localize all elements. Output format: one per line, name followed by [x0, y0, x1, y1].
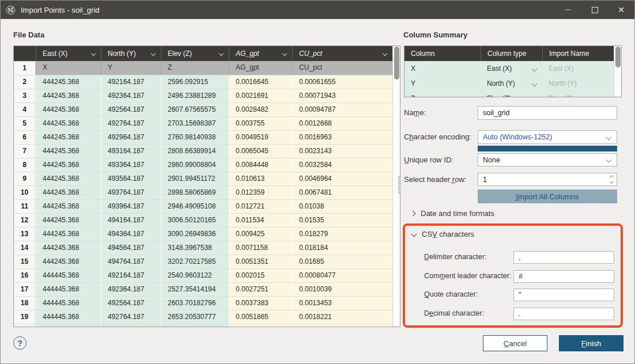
- table-row: 10444245.368493764.1872898.580658690.012…: [14, 185, 392, 199]
- titlebar: Import Points - soil_grid ✕: [1, 1, 634, 19]
- summary-row: ZElev (Z)Elev (Z): [405, 91, 614, 97]
- datetime-formats-expander[interactable]: Date and time formats: [411, 209, 494, 218]
- chevron-down-icon[interactable]: [219, 51, 224, 56]
- cell: 492764.187: [101, 310, 161, 324]
- cell: 492764.187: [101, 116, 161, 130]
- cell: 2898.58065869: [161, 185, 229, 199]
- cell: 492564.187: [101, 296, 161, 310]
- cell: 2703.15698387: [161, 116, 229, 130]
- pane-splitter-handle[interactable]: [398, 176, 401, 194]
- cell: 0.0065045: [229, 144, 292, 158]
- column-summary-main: ColumnColumn typeImport Name XEast (X)Ea…: [405, 46, 614, 97]
- row-number: 18: [14, 296, 36, 310]
- cell: 0.0016645: [229, 75, 292, 89]
- cell: X: [36, 61, 101, 75]
- cell: 493764.187: [101, 185, 161, 199]
- column-header-label: CU_pct: [299, 50, 322, 58]
- column-header-1[interactable]: East (X): [36, 46, 101, 61]
- spin-down-icon[interactable]: [610, 180, 614, 184]
- cell: Y: [101, 61, 161, 75]
- column-header-label: North (Y): [108, 50, 136, 58]
- column-type-select[interactable]: Elev (Z): [481, 91, 542, 97]
- cell: 0.00080477: [292, 268, 392, 282]
- import-points-dialog: Import Points - soil_grid ✕ File Data Ea…: [0, 0, 635, 364]
- column-summary-scrollbar[interactable]: [614, 46, 621, 97]
- column-type-select[interactable]: North (Y): [481, 76, 542, 91]
- file-data-rows: 1XYZAG_gptCU_pct2444245.368492164.187259…: [14, 61, 392, 327]
- file-data-header-row: East (X)North (Y)Elev (Z)AG_gptCU_pct: [14, 46, 392, 61]
- file-table-scrollbar-thumb[interactable]: [394, 47, 399, 79]
- name-input[interactable]: [478, 106, 617, 120]
- row-number: 14: [14, 241, 36, 255]
- column-header-4[interactable]: AG_gpt: [229, 46, 292, 61]
- decimal-label: De̲cimal character:: [424, 309, 484, 317]
- close-button[interactable]: ✕: [608, 1, 634, 19]
- import-name: North (Y): [542, 76, 614, 91]
- table-row: 13444245.368494364.1873090.269498360.009…: [14, 227, 392, 241]
- cell: 0.0071158: [229, 241, 292, 255]
- summary-row: XEast (X)East (X): [405, 61, 614, 76]
- cell: 0.0067481: [292, 185, 392, 199]
- close-icon: ✕: [618, 6, 625, 14]
- summary-header-2: Column type: [481, 46, 542, 61]
- quote-label: Q̲uote character:: [424, 290, 478, 298]
- column-summary-table: ColumnColumn typeImport Name XEast (X)Ea…: [404, 46, 622, 97]
- csv-characters-expander[interactable]: CSV̲ characters: [412, 230, 474, 238]
- table-row: 9444245.368493564.1872901.994511720.0106…: [14, 172, 392, 185]
- cell: 2860.99008804: [161, 158, 229, 172]
- quote-input[interactable]: [513, 289, 614, 301]
- column-summary-scrollbar-thumb[interactable]: [615, 47, 621, 67]
- table-row: 7444245.368493164.1872808.663899140.0065…: [14, 144, 392, 158]
- cell: 0.012359: [229, 185, 292, 199]
- row-number: 16: [14, 268, 36, 282]
- minimize-button[interactable]: [555, 1, 581, 19]
- cell: 0.0051351: [229, 255, 292, 268]
- chevron-down-icon[interactable]: [151, 51, 156, 56]
- chevron-down-icon[interactable]: [282, 51, 287, 56]
- cell: 0.0018221: [292, 310, 392, 324]
- cell: 493964.187: [101, 199, 161, 213]
- column-type-select[interactable]: East (X): [481, 61, 542, 76]
- maximize-button[interactable]: [581, 1, 608, 19]
- summary-column-name: Z: [405, 91, 481, 97]
- cell: 444245.368: [36, 158, 101, 172]
- chevron-down-icon: [532, 96, 538, 97]
- cell: 444245.368: [36, 185, 101, 199]
- finish-button[interactable]: F̲inish: [559, 335, 623, 351]
- cell: 0.0032584: [292, 158, 392, 172]
- table-row: 2444245.368492164.1872596.0929150.001664…: [14, 75, 392, 89]
- header-row-spinner[interactable]: 1: [478, 173, 617, 186]
- chevron-down-icon[interactable]: [91, 51, 96, 56]
- column-summary-title: Column Summary: [403, 31, 467, 39]
- character-encoding-select[interactable]: Auto (Windows-1252): [478, 130, 617, 144]
- cell: 444245.368: [36, 144, 101, 158]
- column-header-3[interactable]: Elev (Z): [161, 46, 229, 61]
- delimiter-input[interactable]: [513, 251, 614, 264]
- column-header-5[interactable]: CU_pct: [292, 46, 392, 61]
- spin-up-icon[interactable]: [610, 175, 614, 179]
- cancel-button[interactable]: C̲ancel: [483, 335, 547, 351]
- row-number: 17: [14, 282, 36, 296]
- row-number: 9: [14, 172, 36, 185]
- column-header-2[interactable]: North (Y): [101, 46, 161, 61]
- comment-leader-input[interactable]: [513, 270, 614, 283]
- import-all-columns-button[interactable]: I̲mport All Columns: [478, 189, 617, 203]
- cell: [229, 324, 292, 327]
- cell: 0.01685: [292, 255, 392, 268]
- help-button[interactable]: ?: [13, 336, 27, 350]
- cell: 0.002015: [229, 268, 292, 282]
- cell: 444245.368: [36, 227, 101, 241]
- decimal-input[interactable]: [513, 308, 614, 320]
- cell: 493164.187: [101, 144, 161, 158]
- chevron-down-icon[interactable]: [383, 51, 387, 56]
- cell: 3202.70217585: [161, 255, 229, 268]
- cell: 0.0084448: [229, 158, 292, 172]
- row-number: 8: [14, 158, 36, 172]
- chevron-down-icon: [532, 66, 538, 71]
- delimiter-label: D̲elimiter character:: [424, 253, 486, 261]
- corner-header-cell: [14, 46, 36, 61]
- cell: 444245.368: [36, 199, 101, 213]
- row-number: 5: [14, 116, 36, 130]
- unique-row-id-select[interactable]: None: [478, 153, 617, 166]
- table-row: 1XYZAG_gptCU_pct: [14, 61, 392, 75]
